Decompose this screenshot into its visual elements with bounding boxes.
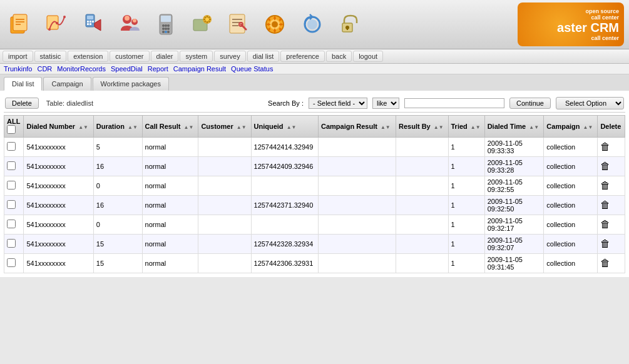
svg-rect-21 xyxy=(161,16,171,22)
select-option-select[interactable]: Select Option xyxy=(556,97,624,109)
cell-duration: 16 xyxy=(93,157,142,176)
cell-duration: 15 xyxy=(93,254,142,273)
sort-arrows-10[interactable]: ▲▼ xyxy=(583,124,593,130)
cell-dialed-number: 541xxxxxxxx xyxy=(24,138,93,157)
row-delete-icon[interactable]: 🗑 xyxy=(600,161,610,171)
row-delete-icon[interactable]: 🗑 xyxy=(600,238,610,249)
cell-check xyxy=(4,157,24,176)
col-dialed-time: Dialed Time ▲▼ xyxy=(484,116,544,138)
menu-system[interactable]: system xyxy=(180,51,213,62)
cell-call-result: normal xyxy=(142,176,198,196)
search-input[interactable] xyxy=(404,98,504,108)
row-checkbox[interactable] xyxy=(7,239,16,248)
subnav-campaignresult[interactable]: Campaign Result xyxy=(173,65,226,73)
subnav-queuestatus[interactable]: Queue Status xyxy=(231,65,273,73)
cell-tried: 1 xyxy=(448,235,484,254)
cell-check xyxy=(4,215,24,235)
col-uniqueid: Uniqueid ▲▼ xyxy=(251,116,319,138)
row-checkbox[interactable] xyxy=(7,220,16,228)
cell-result-by xyxy=(396,215,449,235)
tab-diallist[interactable]: Dial list xyxy=(4,77,42,91)
row-delete-icon[interactable]: 🗑 xyxy=(600,219,610,230)
row-delete-icon[interactable]: 🗑 xyxy=(600,200,610,210)
row-delete-icon[interactable]: 🗑 xyxy=(600,141,610,152)
statistic-icon[interactable] xyxy=(41,9,73,40)
sort-arrows-2[interactable]: ▲▼ xyxy=(128,124,138,130)
svg-point-25 xyxy=(162,28,165,30)
logo-line1: open source xyxy=(557,8,619,14)
toolbar: Delete Table: dialedlist Search By : - S… xyxy=(4,94,625,113)
sort-arrows-6[interactable]: ▲▼ xyxy=(381,124,391,130)
svg-point-8 xyxy=(63,16,66,18)
search-operator-select[interactable]: like xyxy=(372,98,399,109)
tab-worktime[interactable]: Worktime packages xyxy=(93,77,169,91)
cell-campaign-result xyxy=(319,254,396,273)
menu-statisic[interactable]: statisic xyxy=(34,51,67,62)
cell-call-result: normal xyxy=(142,254,198,273)
svg-rect-14 xyxy=(87,23,89,25)
svg-point-30 xyxy=(167,31,170,33)
subnav-monitorrecords[interactable]: MonitorRecords xyxy=(57,65,106,73)
svg-point-17 xyxy=(125,16,130,21)
sort-arrows-1[interactable]: ▲▼ xyxy=(78,124,88,130)
menu-preference[interactable]: preference xyxy=(280,51,325,62)
cell-campaign-result xyxy=(319,215,396,235)
search-field-select[interactable]: - Select field - xyxy=(309,98,367,109)
cell-call-result: normal xyxy=(142,215,198,235)
subnav-report[interactable]: Report xyxy=(148,65,168,73)
lock-icon[interactable] xyxy=(332,9,363,40)
cell-delete: 🗑 xyxy=(598,196,625,215)
svg-rect-10 xyxy=(87,16,93,19)
row-delete-icon[interactable]: 🗑 xyxy=(600,180,610,191)
menu-extension[interactable]: extension xyxy=(68,51,108,62)
row-checkbox[interactable] xyxy=(7,258,16,267)
col-duration: Duration ▲▼ xyxy=(93,116,142,138)
sort-arrows-9[interactable]: ▲▼ xyxy=(529,124,539,130)
continue-button[interactable]: Continue xyxy=(509,98,551,109)
row-checkbox[interactable] xyxy=(7,161,16,170)
cell-delete: 🗑 xyxy=(598,215,625,235)
tab-campaign[interactable]: Campaign xyxy=(43,77,91,91)
col-call-result: Call Result ▲▼ xyxy=(142,116,198,138)
extension-icon[interactable] xyxy=(78,9,109,40)
menu-back[interactable]: back xyxy=(326,51,352,62)
menu-diallist[interactable]: dial list xyxy=(247,51,280,62)
customer-icon[interactable] xyxy=(114,9,145,40)
menu-customer[interactable]: customer xyxy=(110,51,149,62)
delete-button[interactable]: Delete xyxy=(5,98,39,109)
svg-point-28 xyxy=(162,31,165,33)
svg-rect-1 xyxy=(13,14,27,31)
menu-logout[interactable]: logout xyxy=(353,51,383,62)
menu-survey[interactable]: survey xyxy=(214,51,245,62)
import-icon[interactable] xyxy=(5,9,36,40)
cell-tried: 1 xyxy=(448,196,484,215)
dialer-icon[interactable] xyxy=(150,9,182,40)
subnav-speeddial[interactable]: SpeedDial xyxy=(111,65,143,73)
sort-arrows-3[interactable]: ▲▼ xyxy=(183,124,193,130)
sort-arrows-5[interactable]: ▲▼ xyxy=(287,124,297,130)
select-all-checkbox[interactable] xyxy=(7,125,16,134)
menu-import[interactable]: import xyxy=(3,51,33,62)
cell-campaign: collection xyxy=(544,157,598,176)
cell-dialed-time: 2009-11-0509:32:17 xyxy=(484,215,544,235)
sort-arrows-4[interactable]: ▲▼ xyxy=(237,124,247,130)
row-checkbox[interactable] xyxy=(7,200,16,209)
row-checkbox[interactable] xyxy=(7,142,16,151)
row-delete-icon[interactable]: 🗑 xyxy=(600,258,610,268)
cell-delete: 🗑 xyxy=(598,235,625,254)
table-row: 541xxxxxxxx 15 normal 1257442306.32931 1… xyxy=(4,254,625,273)
gear-icon[interactable] xyxy=(259,9,290,40)
sort-arrows-7[interactable]: ▲▼ xyxy=(434,124,444,130)
refresh-icon[interactable] xyxy=(295,9,327,40)
col-campaign: Campaign ▲▼ xyxy=(544,116,598,138)
cell-dialed-time: 2009-11-0509:32:50 xyxy=(484,196,544,215)
sort-arrows-8[interactable]: ▲▼ xyxy=(471,124,481,130)
svg-rect-11 xyxy=(87,21,89,23)
row-checkbox[interactable] xyxy=(7,181,16,190)
subnav-trunkinfo[interactable]: Trunkinfo xyxy=(4,65,32,73)
system-icon[interactable] xyxy=(187,9,218,40)
cell-check xyxy=(4,235,24,254)
subnav-cdr[interactable]: CDR xyxy=(37,65,52,73)
menu-dialer[interactable]: dialer xyxy=(151,51,179,62)
survey-icon[interactable] xyxy=(223,9,254,40)
